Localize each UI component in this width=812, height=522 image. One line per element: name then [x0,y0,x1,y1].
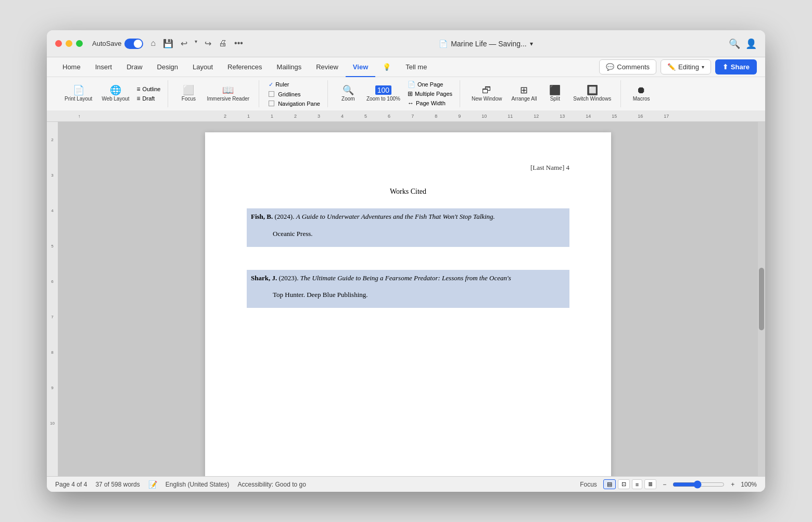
vertical-scrollbar[interactable] [758,122,765,476]
spell-check-icon[interactable]: 📝 [148,480,157,489]
maximize-button[interactable] [76,40,83,47]
title-chevron: ▾ [530,40,533,47]
new-window-btn[interactable]: 🗗 New Window [467,83,506,104]
language[interactable]: English (United States) [166,481,230,488]
citation-1-second-line: Oceanic Press. [247,226,569,243]
one-page-btn[interactable]: 📄 One Page [405,80,454,89]
autosave-toggle[interactable] [124,39,143,49]
macros-btn[interactable]: ⏺ Macros [628,83,654,104]
tab-design[interactable]: Design [150,58,185,77]
gridlines-label: Gridlines [278,91,300,97]
editing-label: Editing [678,63,699,71]
page-header: [Last Name] 4 [247,164,569,172]
focus-btn[interactable]: ⬜ Focus [175,83,201,104]
switch-windows-icon: 🔲 [587,85,598,95]
print-view-btn[interactable]: ▤ [603,479,616,489]
word-window: AutoSave ⌂ 💾 ↩ ▾ ↪ 🖨 ••• 📄 Marine Life —… [47,30,765,492]
ruler-check-icon: ✓ [269,81,273,88]
minimize-button[interactable] [66,40,72,47]
vertical-ruler: 2 3 4 5 6 7 8 9 10 [47,122,58,476]
tab-draw[interactable]: Draw [119,58,149,77]
citation-2-title-cont: Top Hunter. [273,291,305,299]
outline-label: Outline [143,86,161,92]
ribbon-action-buttons: 💬 Comments ✏️ Editing ▾ ⬆ Share [599,57,757,77]
tab-mailings[interactable]: Mailings [270,58,309,77]
focus-label: Focus [182,96,196,102]
editing-button[interactable]: ✏️ Editing ▾ [661,59,711,74]
new-window-label: New Window [472,96,502,102]
show-group: ✓ Ruler Gridlines Navigation Pane [261,80,328,107]
redo-icon[interactable]: ↪ [205,39,211,48]
draft-btn[interactable]: ≡ Draft [135,94,163,103]
immersive-reader-icon: 📖 [222,85,234,95]
zoom-percent: 100% [741,481,757,488]
tab-help-icon[interactable]: 💡 [375,58,398,77]
zoom-plus[interactable]: + [731,481,734,488]
print-icon[interactable]: 🖨 [219,39,227,48]
navpane-label: Navigation Pane [278,101,320,107]
comments-button[interactable]: 💬 Comments [599,59,656,74]
comments-label: Comments [617,63,650,71]
arrange-all-btn[interactable]: ⊞ Arrange All [507,83,541,104]
tab-view[interactable]: View [346,58,375,77]
home-icon[interactable]: ⌂ [150,39,156,48]
split-btn[interactable]: ⬛ Split [542,83,568,104]
ribbon-tabs: Home Insert Draw Design Layout Reference… [55,58,599,77]
multi-pages-btn[interactable]: ⊞ Multiple Pages [405,90,454,98]
save-icon[interactable]: 💾 [163,39,173,48]
citation-spacer [247,257,569,270]
focus-icon: ⬜ [183,85,194,95]
web-layout-btn[interactable]: 🌐 Web Layout [97,83,133,104]
ribbon-content: 📄 Print Layout 🌐 Web Layout ≡ Outline ≡ … [47,77,765,110]
page-width-btn[interactable]: ↔ Page Width [405,99,454,107]
document-page[interactable]: [Last Name] 4 Works Cited Fish, B. (2024… [205,132,611,476]
focus-label[interactable]: Focus [580,481,597,488]
print-layout-btn[interactable]: 📄 Print Layout [60,83,96,104]
tab-layout[interactable]: Layout [185,58,220,77]
share-button[interactable]: ⬆ Share [715,59,757,74]
title-bar: AutoSave ⌂ 💾 ↩ ▾ ↪ 🖨 ••• 📄 Marine Life —… [47,30,765,57]
switch-windows-btn[interactable]: 🔲 Switch Windows [569,83,615,104]
tab-tellme[interactable]: Tell me [398,58,434,77]
undo-dropdown-icon[interactable]: ▾ [195,39,197,48]
print-layout-label: Print Layout [65,96,92,102]
macros-icon: ⏺ [637,85,646,95]
outline-draft-group: ≡ Outline ≡ Draft [135,85,163,103]
immersive-reader-btn[interactable]: 📖 Immersive Reader [202,83,253,104]
tab-home[interactable]: Home [55,58,88,77]
tab-insert[interactable]: Insert [88,58,120,77]
scrollbar-thumb[interactable] [759,268,764,330]
zoom-btn[interactable]: 🔍 Zoom [335,83,361,104]
web-view-btn[interactable]: ⊡ [618,479,630,489]
split-icon: ⬛ [549,85,561,95]
horizontal-ruler: ↑ 2 1 1 2 3 4 5 6 7 8 9 10 11 12 13 14 1… [47,110,765,122]
zoom-slider[interactable] [673,480,725,489]
search-icon[interactable]: 🔍 [729,38,740,49]
draft-label: Draft [143,95,155,102]
gridlines-checkbox[interactable]: Gridlines [267,91,322,98]
status-right: Focus ▤ ⊡ ≡ ≣ − + 100% [580,479,757,489]
tab-review[interactable]: Review [309,58,346,77]
ribbon-tab-row: Home Insert Draw Design Layout Reference… [47,57,765,77]
more-icon[interactable]: ••• [234,39,243,48]
outline-btn[interactable]: ≡ Outline [135,85,163,93]
title-right-controls: 🔍 👤 [729,38,757,49]
web-layout-icon: 🌐 [110,85,121,95]
close-button[interactable] [55,40,62,47]
tab-references[interactable]: References [220,58,269,77]
content-area: 2 3 4 5 6 7 8 9 10 [Last Name] 4 Works C… [47,122,765,476]
document-area[interactable]: [Last Name] 4 Works Cited Fish, B. (2024… [58,122,758,476]
list-view-btn[interactable]: ≣ [644,479,656,489]
zoom-group: 🔍 Zoom 100 Zoom to 100% 📄 One Page ⊞ Mul… [330,80,460,107]
ruler-checkbox[interactable]: ✓ Ruler [267,81,322,89]
outline-view-btn[interactable]: ≡ [632,479,642,489]
undo-icon[interactable]: ↩ [181,39,187,48]
account-icon[interactable]: 👤 [745,38,757,49]
zoom100-btn[interactable]: 100 Zoom to 100% [362,83,404,104]
zoom-minus[interactable]: − [663,481,666,488]
share-label: Share [731,63,750,71]
pencil-icon: ✏️ [667,63,676,71]
citation-1-author: Fish, B. [251,213,273,220]
ruler-label: Ruler [275,81,289,88]
navpane-checkbox[interactable]: Navigation Pane [267,100,322,107]
